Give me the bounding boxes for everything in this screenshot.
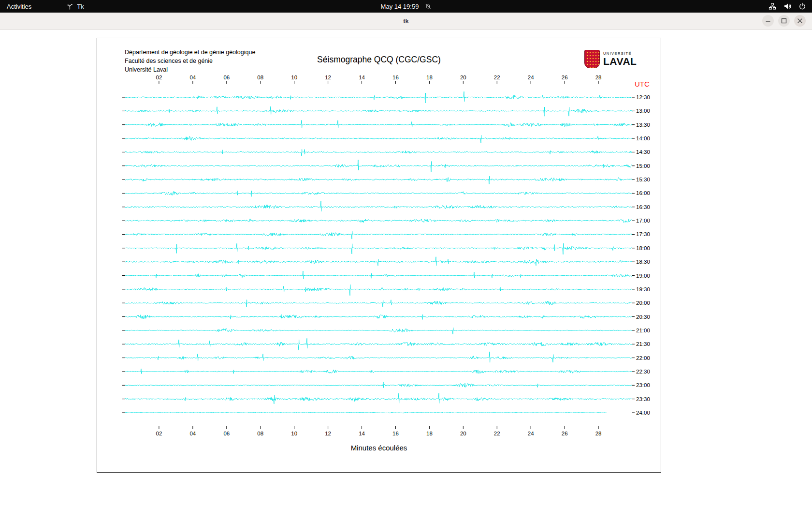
gnome-top-bar: Activities Tk May 14 19:59 (0, 0, 812, 13)
seismogram-trace (125, 149, 632, 156)
x-tick-label-bottom: 10 (291, 431, 297, 436)
laval-shield-icon (584, 50, 600, 68)
seismogram-trace (125, 106, 632, 116)
x-tick-label-top: 12 (325, 75, 331, 80)
universite-laval-logo: UNIVERSITÉ LAVAL (584, 50, 637, 68)
close-button[interactable] (794, 15, 806, 27)
x-tick-label-top: 28 (595, 75, 602, 80)
tk-indicator-label: Tk (77, 3, 84, 10)
activities-label: Activities (7, 3, 31, 10)
trace-time-label: 20:30 (636, 314, 650, 320)
x-tick-label-top: 16 (392, 75, 399, 80)
seismogram-trace (125, 284, 632, 296)
seismogram-trace (125, 91, 632, 103)
utc-label: UTC (635, 80, 650, 88)
x-tick-label-top: 20 (460, 75, 466, 80)
x-tick-label-top: 14 (359, 75, 365, 80)
trace-time-label: 21:00 (636, 328, 650, 333)
minimize-button[interactable] (762, 15, 774, 27)
seismogram-trace (125, 328, 632, 334)
seismograph-canvas: 0202040406060808101012121414161618182020… (97, 38, 661, 473)
x-axis-title: Minutes écoulées (97, 444, 661, 452)
trace-time-label: 14:30 (636, 149, 650, 155)
x-tick-label-bottom: 14 (359, 431, 365, 436)
seismogram-trace (125, 176, 632, 184)
trace-time-label: 17:30 (636, 231, 650, 237)
trace-time-label: 18:30 (636, 259, 650, 265)
x-tick-label-bottom: 06 (223, 431, 230, 436)
trace-time-label: 18:00 (636, 245, 650, 251)
seismogram-trace (125, 382, 632, 388)
tk-icon (66, 3, 73, 10)
trace-time-label: 17:00 (636, 218, 650, 224)
trace-time-label: 22:30 (636, 369, 650, 374)
trace-time-label: 13:00 (636, 108, 650, 114)
seismogram-trace (125, 243, 632, 254)
maximize-icon (778, 15, 790, 27)
maximize-button[interactable] (778, 15, 790, 27)
seismogram-trace (125, 338, 632, 350)
trace-time-label: 15:00 (636, 163, 650, 169)
trace-time-label: 19:30 (636, 286, 650, 292)
x-tick-label-bottom: 18 (426, 431, 433, 436)
seismogram-trace (125, 393, 632, 404)
x-tick-label-bottom: 22 (494, 431, 500, 436)
institution-line3: Université Laval (125, 65, 255, 74)
power-icon (798, 2, 806, 10)
seismogram-trace (125, 369, 632, 374)
x-tick-label-top: 18 (426, 75, 433, 80)
window-title: tk (0, 13, 812, 29)
x-tick-label-bottom: 04 (189, 431, 196, 436)
x-tick-label-top: 10 (291, 75, 297, 80)
x-tick-label-bottom: 24 (528, 431, 534, 436)
seismogram-trace (125, 231, 632, 239)
x-tick-label-bottom: 12 (325, 431, 331, 436)
seismogram-trace (125, 314, 632, 319)
logo-small-text: UNIVERSITÉ (603, 52, 637, 56)
seismogram-trace (125, 271, 632, 279)
seismogram-trace (125, 201, 632, 211)
x-tick-label-bottom: 02 (156, 431, 162, 436)
trace-time-label: 24:00 (636, 410, 650, 416)
tk-app-indicator[interactable]: Tk (66, 3, 84, 10)
trace-time-label: 16:30 (636, 204, 650, 210)
seismogram-plot: 0202040406060808101012121414161618182020… (97, 38, 661, 472)
seismogram-trace (125, 300, 632, 307)
x-tick-label-top: 22 (494, 75, 500, 80)
clock-menu[interactable]: May 14 19:59 (381, 0, 432, 13)
volume-icon (783, 2, 791, 10)
notifications-off-icon (424, 3, 431, 10)
x-tick-label-bottom: 08 (257, 431, 263, 436)
activities-button[interactable]: Activities (0, 0, 38, 13)
seismogram-trace (125, 352, 632, 362)
trace-time-label: 12:30 (636, 94, 650, 100)
x-tick-label-bottom: 28 (595, 431, 602, 436)
close-icon (794, 15, 806, 27)
seismogram-trace (125, 412, 607, 413)
x-tick-label-top: 26 (562, 75, 568, 80)
trace-time-label: 22:00 (636, 355, 650, 361)
trace-time-label: 19:00 (636, 273, 650, 279)
x-tick-label-bottom: 16 (392, 431, 399, 436)
window-titlebar[interactable]: tk (0, 13, 812, 30)
network-icon (768, 2, 776, 10)
logo-large-text: LAVAL (603, 56, 637, 66)
x-tick-label-top: 02 (156, 75, 162, 80)
x-tick-label-bottom: 20 (460, 431, 466, 436)
seismogram-trace (125, 135, 632, 143)
seismogram-trace (125, 120, 632, 128)
clock-label: May 14 19:59 (381, 3, 419, 10)
seismogram-trace (125, 257, 632, 266)
x-tick-label-top: 06 (223, 75, 230, 80)
trace-time-label: 13:30 (636, 122, 650, 128)
trace-time-label: 23:30 (636, 396, 650, 402)
window-controls (762, 15, 806, 27)
system-status-area[interactable] (768, 0, 806, 13)
window-content: 0202040406060808101012121414161618182020… (0, 30, 812, 508)
seismogram-trace (125, 160, 632, 172)
seismogram-trace (125, 191, 632, 196)
trace-time-label: 14:00 (636, 135, 650, 141)
x-tick-label-bottom: 26 (562, 431, 568, 436)
seismogram-trace (125, 219, 632, 223)
x-tick-label-top: 08 (257, 75, 263, 80)
